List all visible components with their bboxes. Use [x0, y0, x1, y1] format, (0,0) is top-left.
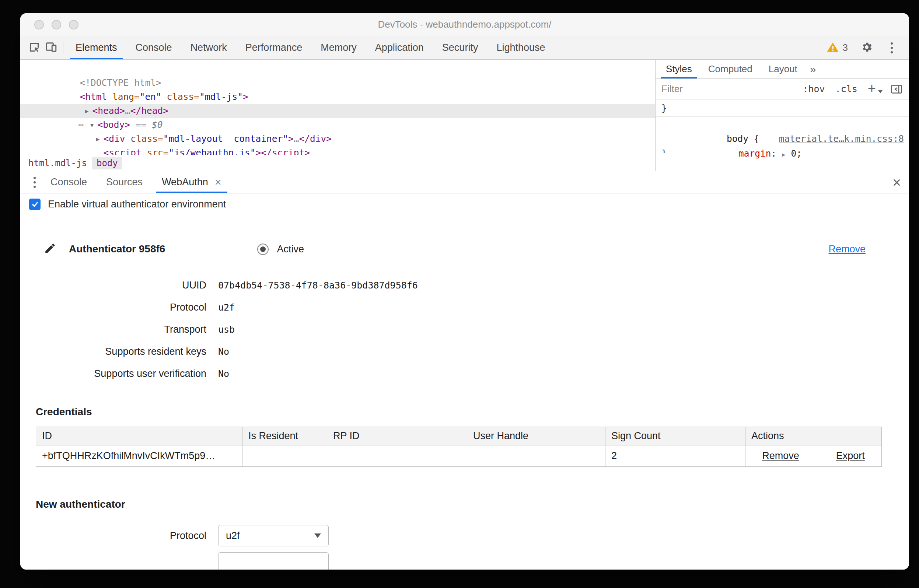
tab-memory[interactable]: Memory [312, 36, 366, 59]
field-protocol: Protocol u2f [20, 296, 909, 318]
warning-count: 3 [843, 42, 848, 53]
cell-is-resident [242, 446, 327, 467]
field-transport: Transport usb [20, 318, 909, 341]
enable-virtual-authenticator-checkbox[interactable] [29, 199, 40, 210]
new-style-rule-button[interactable]: + [868, 81, 876, 95]
stylesheet-source-link[interactable]: material.te…k.min.css:8 [779, 131, 904, 146]
chevron-down-icon [314, 533, 321, 538]
tab-computed[interactable]: Computed [700, 60, 761, 79]
cell-sign-count: 2 [606, 446, 745, 467]
active-label: Active [277, 244, 304, 255]
collapse-twisty-icon[interactable]: ▼ [87, 118, 98, 132]
tab-performance[interactable]: Performance [236, 36, 312, 59]
credentials-title: Credentials [36, 406, 909, 418]
panel-tabs: Elements Console Network Performance Mem… [66, 36, 554, 59]
protocol-select[interactable]: u2f [218, 525, 329, 546]
breadcrumb: html.mdl-js body [20, 155, 655, 171]
toggle-sidebar-icon[interactable] [890, 82, 903, 96]
styles-sidebar: Styles Computed Layout » :hov .cls + } [656, 60, 909, 171]
remove-credential-link[interactable]: Remove [762, 450, 799, 462]
toggle-element-classes-button[interactable]: .cls [835, 84, 858, 94]
col-is-resident: Is Resident [242, 427, 327, 446]
breadcrumb-body[interactable]: body [92, 157, 122, 170]
title-bar: DevTools - webauthndemo.appspot.com/ [20, 13, 909, 36]
tab-network[interactable]: Network [181, 36, 236, 59]
drawer-tab-sources[interactable]: Sources [97, 171, 152, 193]
styles-filter-input[interactable] [661, 83, 792, 95]
cell-credential-id: +bfTQHHRzKOfhilMnvIvCIkWTm5p9… [36, 446, 242, 467]
drawer-tab-console[interactable]: Console [41, 171, 97, 193]
close-window-button[interactable] [34, 20, 44, 29]
virtual-authenticator-toggle-row: Enable virtual authenticator environment [20, 194, 909, 215]
close-webauthn-tab-icon[interactable]: × [215, 176, 221, 189]
drawer-tab-webauthn[interactable]: WebAuthn × [152, 171, 231, 193]
inspect-element-icon[interactable] [27, 40, 41, 55]
tab-styles[interactable]: Styles [658, 60, 700, 79]
elements-panel: <!DOCTYPE html> <html lang="en" class="m… [20, 60, 909, 171]
settings-gear-icon[interactable] [861, 41, 873, 55]
new-authenticator-title: New authenticator [36, 499, 909, 510]
col-rp-id: RP ID [327, 427, 467, 446]
toolbar-right-icons: 3 [827, 36, 909, 59]
window-title: DevTools - webauthndemo.appspot.com/ [378, 19, 551, 30]
cell-actions: Remove Export [745, 446, 882, 467]
tab-application[interactable]: Application [366, 36, 433, 59]
export-credential-link[interactable]: Export [836, 450, 865, 462]
col-id: ID [36, 427, 242, 446]
new-authenticator-protocol-row: Protocol u2f [20, 525, 909, 546]
warning-triangle-icon [827, 41, 839, 55]
expand-twisty-icon[interactable]: ▶ [92, 132, 103, 146]
previous-rule-close-brace: } [656, 101, 909, 116]
minimize-window-button[interactable] [52, 20, 61, 29]
authenticator-title: Authenticator 958f6 [69, 243, 165, 255]
script-source-link[interactable]: js/webauthn.js [174, 147, 250, 155]
cell-rp-id [327, 446, 467, 467]
col-actions: Actions [745, 427, 882, 446]
active-radio-group: Active [257, 244, 304, 255]
tab-console[interactable]: Console [126, 36, 181, 59]
toggle-hover-state-button[interactable]: :hov [803, 84, 825, 94]
rule-selector[interactable]: body [727, 133, 748, 144]
active-radio-button[interactable] [257, 244, 269, 255]
window-controls [34, 20, 79, 29]
field-user-verification: Supports user verification No [20, 362, 909, 384]
toolbar-divider [63, 42, 63, 54]
remove-authenticator-link[interactable]: Remove [829, 244, 866, 255]
edit-pencil-icon[interactable] [44, 242, 57, 256]
drawer-menu-kebab-icon[interactable] [28, 175, 41, 190]
dom-node-doctype[interactable]: <!DOCTYPE html> [20, 62, 655, 76]
node-overflow-dots-icon[interactable]: ⋯ [76, 118, 87, 132]
css-property-name[interactable]: margin [738, 148, 771, 159]
sidebar-tabs: Styles Computed Layout » [656, 60, 909, 79]
zoom-window-button[interactable] [69, 20, 79, 29]
cell-user-handle [467, 446, 606, 467]
expand-shorthand-icon[interactable]: ▶ [782, 151, 786, 158]
authenticator-header: Authenticator 958f6 Active Remove [44, 241, 866, 257]
col-user-handle: User Handle [467, 427, 606, 446]
drawer-tab-bar: Console Sources WebAuthn × × [20, 171, 909, 194]
expand-twisty-icon[interactable]: ▶ [81, 104, 92, 118]
transport-select-partial[interactable] [218, 552, 329, 570]
device-toolbar-icon[interactable] [45, 40, 58, 55]
tab-lighthouse[interactable]: Lighthouse [487, 36, 554, 59]
checkbox-label: Enable virtual authenticator environment [48, 199, 226, 210]
new-style-rule-caret-icon [878, 90, 882, 93]
tab-elements[interactable]: Elements [66, 36, 126, 59]
more-tabs-chevron[interactable]: » [806, 60, 820, 79]
col-sign-count: Sign Count [606, 427, 745, 446]
webauthn-content: Authenticator 958f6 Active Remove UUID 0… [20, 215, 909, 570]
dom-tree-pane: <!DOCTYPE html> <html lang="en" class="m… [20, 60, 656, 171]
issues-warning-badge[interactable]: 3 [827, 41, 848, 55]
more-options-kebab-icon[interactable] [885, 40, 898, 55]
css-property-value[interactable]: 0; [786, 148, 802, 159]
field-uuid: UUID 07b4db54-7538-4f78-8a36-9bd387d958f… [20, 274, 909, 296]
close-drawer-icon[interactable]: × [893, 175, 901, 190]
breadcrumb-html[interactable]: html.mdl-js [25, 157, 90, 170]
main-toolbar: Elements Console Network Performance Mem… [20, 36, 909, 60]
body-style-rule: material.te…k.min.css:8body { margin: ▶ … [656, 116, 909, 153]
credential-row: +bfTQHHRzKOfhilMnvIvCIkWTm5p9… 2 Remove … [36, 446, 882, 467]
tab-layout[interactable]: Layout [761, 60, 806, 79]
devtools-window: DevTools - webauthndemo.appspot.com/ Ele… [20, 13, 909, 570]
tab-security[interactable]: Security [433, 36, 488, 59]
credentials-header-row: ID Is Resident RP ID User Handle Sign Co… [36, 427, 882, 446]
